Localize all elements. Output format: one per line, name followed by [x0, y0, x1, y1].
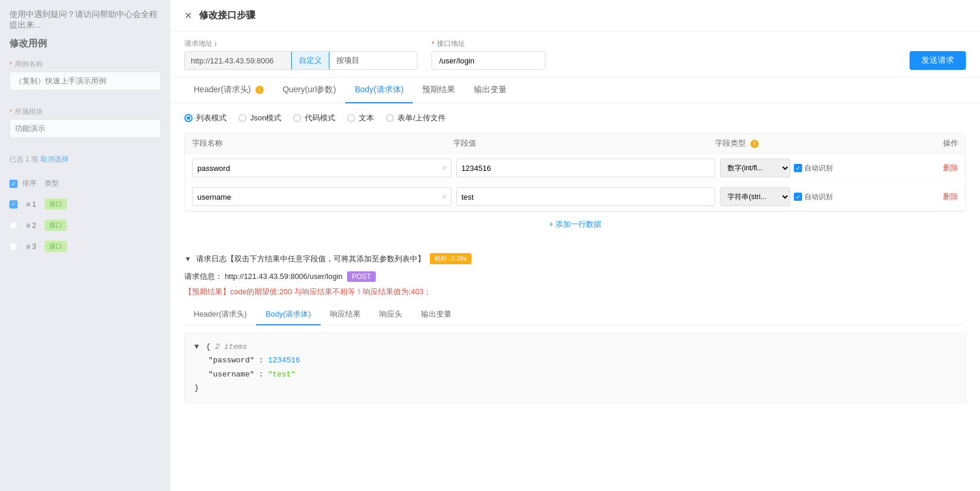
modal-close-button[interactable]: ✕ — [184, 10, 192, 21]
password-auto-detect: 自动识别 — [794, 163, 833, 173]
password-name-input[interactable]: ✕ — [192, 159, 452, 177]
password-auto-checkbox[interactable] — [794, 164, 802, 172]
row-3-num: ≡ 3 — [22, 243, 40, 251]
row-2-type: 接口 — [45, 220, 67, 231]
code-username-value[interactable]: "test" — [268, 370, 295, 379]
password-type-select[interactable]: 数字(int/fl... 字符串(stri... — [720, 159, 790, 177]
mode-json[interactable]: Json模式 — [238, 113, 281, 123]
row-2-checkbox[interactable] — [9, 221, 18, 230]
log-error-text: 【预期结果】code的期望值:200 与响应结果不相等！响应结果值为:403； — [184, 287, 966, 297]
base-url-display: http://121.43.43.59:8006 — [185, 52, 291, 69]
col-order: 排序 — [22, 179, 40, 189]
username-name-field[interactable] — [197, 193, 446, 201]
send-request-button[interactable]: 发送请求 — [910, 51, 966, 70]
username-type-group: 字符串(stri... 数字(int/fl... 自动识别 — [720, 187, 907, 206]
modal-body: 列表模式 Json模式 代码模式 文本 — [170, 103, 980, 491]
username-auto-detect: 自动识别 — [794, 192, 833, 202]
username-type-select[interactable]: 字符串(stri... 数字(int/fl... — [720, 187, 790, 206]
module-input[interactable] — [9, 119, 161, 138]
log-tab-body[interactable]: Body(请求体) — [256, 304, 320, 325]
col-action-header: 操作 — [911, 138, 958, 149]
row-1-checkbox[interactable] — [9, 200, 18, 208]
left-panel-title: 修改用例 — [9, 38, 161, 50]
tab-output[interactable]: 输出变量 — [464, 78, 516, 103]
header-tab-info-icon: i — [255, 86, 264, 94]
code-brace-close: } — [194, 384, 199, 392]
log-header-text: 请求日志【双击下方结果中任意字段值，可将其添加至参数列表中】 — [196, 254, 425, 264]
fields-table-header: 字段名称 字段值 字段类型 i 操作 — [185, 133, 965, 154]
mode-list-radio[interactable] — [184, 114, 193, 122]
select-all-checkbox[interactable] — [9, 180, 18, 188]
path-input[interactable] — [432, 51, 545, 70]
module-label: * 所属模块 — [9, 107, 161, 117]
mode-list[interactable]: 列表模式 — [184, 113, 227, 123]
use-case-label: * 用例名称 — [9, 59, 161, 69]
fields-table: 字段名称 字段值 字段类型 i 操作 ✕ — [184, 133, 966, 211]
log-tab-response[interactable]: 响应结果 — [321, 304, 370, 325]
password-delete-btn[interactable]: 删除 — [911, 163, 958, 173]
username-auto-checkbox[interactable] — [794, 193, 802, 201]
custom-btn[interactable]: 自定义 — [291, 51, 329, 70]
log-tab-header[interactable]: Header(请求头) — [184, 304, 256, 325]
mode-code-radio[interactable] — [293, 114, 301, 122]
add-row-btn[interactable]: + 添加一行数据 — [184, 211, 966, 237]
modal-overlay: ✕ 修改接口步骤 请求地址 i http://121.43.43.59:8006… — [170, 0, 980, 491]
username-delete-btn[interactable]: 删除 — [911, 191, 958, 202]
mode-json-radio[interactable] — [238, 114, 247, 122]
password-name-clear[interactable]: ✕ — [442, 164, 447, 172]
col-name-header: 字段名称 — [192, 138, 453, 149]
code-items-comment: 2 items — [215, 342, 247, 351]
log-header[interactable]: ▼ 请求日志【双击下方结果中任意字段值，可将其添加至参数列表中】 耗时: 0.3… — [184, 246, 966, 271]
row-2-num: ≡ 2 — [22, 221, 40, 230]
log-tabs: Header(请求头) Body(请求体) 响应结果 响应头 输出变量 — [184, 304, 966, 325]
use-case-input[interactable] — [9, 72, 161, 90]
code-brace-open: { — [206, 342, 211, 351]
username-name-input[interactable]: ✕ — [192, 187, 452, 206]
password-value-field[interactable] — [462, 164, 710, 173]
tab-query[interactable]: Query(url参数) — [273, 78, 345, 103]
tab-body[interactable]: Body(请求体) — [345, 78, 413, 103]
mode-text[interactable]: 文本 — [347, 113, 374, 123]
mode-form-radio[interactable] — [386, 114, 394, 122]
code-password-colon: : — [259, 356, 264, 365]
main-tabs: Header(请求头) i Query(url参数) Body(请求体) 预期结… — [170, 78, 980, 103]
log-chevron-icon: ▼ — [184, 255, 191, 263]
request-bar: 请求地址 i http://121.43.43.59:8006 自定义 按项目 … — [170, 32, 980, 78]
code-password-key[interactable]: "password" — [208, 356, 254, 365]
modal-header: ✕ 修改接口步骤 — [170, 0, 980, 32]
left-panel-hint: 使用中遇到疑问？请访问帮助中心会全程提出来... — [9, 9, 161, 31]
mode-form[interactable]: 表单/上传文件 — [386, 113, 446, 123]
path-label: * 接口地址 — [432, 39, 898, 49]
code-username-colon: : — [259, 370, 264, 379]
log-tab-output[interactable]: 输出变量 — [412, 304, 461, 325]
row-3-checkbox[interactable] — [9, 243, 18, 251]
mode-code[interactable]: 代码模式 — [293, 113, 335, 123]
selected-count: 已选 1 项 — [9, 154, 38, 164]
modal-title: 修改接口步骤 — [199, 9, 255, 22]
tab-expected[interactable]: 预期结果 — [413, 78, 464, 103]
type-header-info-icon: i — [750, 140, 759, 148]
row-3-type: 接口 — [45, 241, 67, 252]
cancel-select-link[interactable]: 取消选择 — [41, 154, 69, 164]
log-info-line: 请求信息： http://121.43.43.59:8006/user/logi… — [184, 271, 966, 282]
code-username-key[interactable]: "username" — [208, 370, 254, 379]
url-label: 请求地址 i — [184, 39, 417, 49]
tab-header[interactable]: Header(请求头) i — [184, 78, 273, 103]
log-code-block: ▼ { 2 items "password" : 1234516 "userna… — [184, 332, 966, 403]
log-time-badge: 耗时: 0.39s — [430, 253, 472, 264]
password-value-input[interactable] — [456, 159, 716, 177]
username-name-clear[interactable]: ✕ — [442, 193, 447, 201]
row-1-num: ≡ 1 — [22, 200, 40, 208]
mode-text-radio[interactable] — [347, 114, 355, 122]
log-url: http://121.43.43.59:8006/user/login — [225, 272, 343, 281]
collapse-icon[interactable]: ▼ — [194, 342, 199, 351]
log-tab-response-header[interactable]: 响应头 — [370, 304, 412, 325]
username-value-field[interactable] — [462, 193, 710, 201]
password-type-group: 数字(int/fl... 字符串(stri... 自动识别 — [720, 159, 907, 177]
left-panel: 使用中遇到疑问？请访问帮助中心会全程提出来... 修改用例 * 用例名称 * 所… — [0, 0, 170, 491]
project-btn[interactable]: 按项目 — [329, 51, 366, 70]
password-name-field[interactable] — [197, 164, 446, 173]
field-row-username: ✕ 字符串(stri... 数字(int/fl... — [185, 183, 965, 211]
code-password-value[interactable]: 1234516 — [268, 356, 300, 365]
username-value-input[interactable] — [456, 187, 716, 206]
